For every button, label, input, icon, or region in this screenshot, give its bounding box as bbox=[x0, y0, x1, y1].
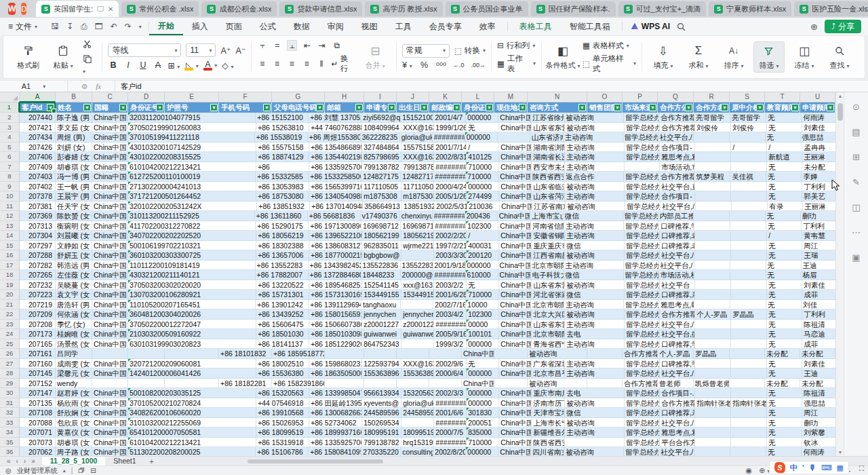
cell-F9[interactable]: +86 13053983 bbox=[256, 182, 309, 192]
cell-I29[interactable] bbox=[364, 379, 397, 389]
cut-icon[interactable] bbox=[83, 39, 96, 50]
cell-L11[interactable]: China中国 bbox=[500, 202, 532, 212]
font-color-icon[interactable]: A ▾ bbox=[203, 60, 218, 71]
cell-B22[interactable]: 何依涵 (女 bbox=[56, 309, 92, 320]
cell-L8[interactable]: China中国 bbox=[498, 172, 531, 182]
cell-O8[interactable]: 留学总经办 bbox=[624, 172, 659, 182]
cell-L9[interactable]: China中国 bbox=[499, 182, 532, 192]
cell-Q13[interactable] bbox=[694, 221, 730, 231]
help-icon[interactable]: ⊙ bbox=[852, 102, 860, 112]
cell-T36[interactable]: 何雨涛 bbox=[802, 447, 835, 456]
filter-dropdown-button[interactable]: ▼ bbox=[614, 104, 621, 111]
cell-P6[interactable]: 雅思考点,雅 bbox=[660, 152, 695, 162]
cell-C20[interactable]: China中国 bbox=[92, 290, 128, 300]
cell-A31[interactable]: 207135 bbox=[20, 398, 56, 408]
copy-icon[interactable]: ▾ bbox=[83, 54, 96, 75]
file-tab[interactable]: S国任财产保险样本. bbox=[531, 1, 616, 16]
cell-F33[interactable]: +86 15026953 bbox=[256, 418, 309, 428]
cell-O22[interactable]: 留学总经办 bbox=[625, 309, 660, 320]
cell-S36[interactable]: 无 bbox=[766, 447, 802, 456]
cell-K36[interactable]: 000000 bbox=[466, 447, 498, 456]
cell-T14[interactable]: 黄韦慧 bbox=[802, 231, 835, 241]
cell-B31[interactable]: 杨欣雨 (女 bbox=[56, 398, 92, 408]
cell-M14[interactable]: 安徽省铜陵 bbox=[532, 231, 565, 241]
cell-S31[interactable]: 无 bbox=[767, 398, 802, 408]
column-header-I[interactable]: I bbox=[364, 92, 397, 102]
cell-E27[interactable] bbox=[202, 359, 256, 369]
cell-K24[interactable]: 100101 bbox=[467, 329, 499, 339]
cell-M6[interactable]: 湖南省长沙 bbox=[532, 152, 565, 162]
cell-O12[interactable]: 留学总经办 bbox=[623, 211, 658, 221]
cell-N24[interactable]: 去电 bbox=[565, 329, 625, 339]
row-header-11[interactable]: 11 bbox=[0, 202, 20, 212]
cell-D5[interactable]: 430103200107142529 bbox=[128, 142, 202, 153]
cell-F18[interactable]: +86 17882007 bbox=[256, 270, 309, 280]
cell-K8[interactable]: 710000 bbox=[466, 172, 498, 182]
cell-T30[interactable]: 陈祖清 bbox=[802, 388, 835, 398]
wps-logo-icon[interactable]: W bbox=[8, 3, 16, 15]
cell-M33[interactable]: 上海市长宁 bbox=[532, 418, 565, 428]
cell-A17[interactable]: 207282 bbox=[20, 261, 56, 271]
cell-E14[interactable] bbox=[202, 231, 256, 241]
cell-G33[interactable]: +86 52734062 bbox=[309, 418, 362, 428]
cell-P12[interactable]: 内部员工推 bbox=[658, 211, 694, 221]
cell-F20[interactable]: +86 15731301 bbox=[256, 290, 309, 300]
cell-O20[interactable]: 留学总经办 bbox=[625, 290, 660, 300]
cell-N10[interactable]: 主动咨询 bbox=[565, 191, 625, 202]
row-header-16[interactable]: 16 bbox=[0, 250, 20, 261]
cell-F32[interactable]: +86 19910568 bbox=[256, 408, 309, 418]
table-header-cell[interactable]: 国籍▼ bbox=[92, 102, 128, 113]
cell-B17[interactable]: 韩浩远 (男 bbox=[56, 261, 92, 271]
cell-C29[interactable] bbox=[92, 379, 128, 389]
row-header-35[interactable]: 35 bbox=[0, 438, 20, 448]
table-header-cell[interactable]: 客户id▼ bbox=[20, 102, 56, 113]
cell-S30[interactable]: 无 bbox=[767, 388, 802, 398]
row-header-10[interactable]: 10 bbox=[0, 191, 20, 202]
cell-I4[interactable]: gloria@uk bbox=[400, 132, 433, 142]
row-header-22[interactable]: 22 bbox=[0, 309, 20, 320]
cell-C18[interactable]: China中国 bbox=[92, 270, 128, 280]
cell-R8[interactable]: 吴佳祺 bbox=[730, 172, 766, 182]
cell-R31[interactable]: 指南针张老 bbox=[731, 398, 767, 408]
cell-L4[interactable] bbox=[498, 132, 530, 142]
cell-N9[interactable]: 被动咨询 bbox=[565, 182, 625, 192]
cell-S2[interactable]: 无 bbox=[766, 113, 802, 123]
cell-H14[interactable]: 180562199 bbox=[362, 231, 401, 241]
cell-H29[interactable] bbox=[325, 379, 364, 389]
cell-H22[interactable]: jennychen bbox=[362, 309, 401, 320]
cell-H36[interactable]: 270335220 bbox=[361, 447, 401, 456]
cell-A9[interactable]: 207402 bbox=[20, 182, 56, 192]
cell-K3[interactable]: 无 bbox=[467, 123, 499, 133]
cell-D19[interactable]: 370503200302020020 bbox=[128, 280, 202, 290]
cell-Q3[interactable]: 刘俊伶 bbox=[695, 123, 731, 133]
convert-button[interactable]: ⬚转换 ▾ bbox=[454, 45, 486, 56]
cell-S12[interactable]: 无 bbox=[766, 211, 801, 221]
column-header-K[interactable]: K bbox=[429, 92, 462, 102]
cell-N20[interactable]: 微信 bbox=[565, 290, 625, 300]
cell-N6[interactable]: 主动咨询 bbox=[565, 152, 625, 162]
cell-M28[interactable]: 北京市昌平 bbox=[532, 368, 565, 379]
panel-columns-icon[interactable]: ◫ bbox=[852, 202, 860, 212]
cell-N18[interactable]: 微信 bbox=[564, 270, 624, 280]
borders-icon[interactable]: ⊞ ▾ bbox=[167, 60, 180, 71]
paste-button[interactable]: 粘贴 ▾ bbox=[48, 42, 79, 72]
cell-G19[interactable]: +86 1895468251 bbox=[309, 280, 362, 290]
cell-H30[interactable]: 956613934 bbox=[362, 388, 401, 398]
cell-T31[interactable]: 强思喆 bbox=[802, 398, 835, 408]
cell-O2[interactable]: 留学总经办 bbox=[624, 113, 659, 123]
cell-M21[interactable]: 北京市朝阳 bbox=[531, 300, 564, 310]
clear-format-icon[interactable]: ◇ ▾ bbox=[222, 60, 233, 71]
cell-L16[interactable]: China中国 bbox=[499, 250, 532, 261]
column-header-E[interactable]: E bbox=[165, 92, 219, 102]
cell-Q25[interactable] bbox=[695, 339, 731, 349]
cell-A5[interactable]: 207426 bbox=[20, 142, 56, 153]
cell-M7[interactable]: 西安市未央 bbox=[532, 162, 565, 172]
cell-D28[interactable]: 142401200006041426 bbox=[128, 368, 202, 379]
table-header-cell[interactable]: 姓名▼ bbox=[56, 102, 92, 113]
cell-M23[interactable]: 山东省东营 bbox=[532, 320, 565, 330]
cell-O36[interactable]: 留学总经办 bbox=[624, 447, 659, 456]
cell-O15[interactable]: 留学总经办 bbox=[625, 241, 660, 251]
cell-A23[interactable]: 207208 bbox=[20, 320, 56, 330]
cell-B7[interactable]: 胡睿琪 (女 bbox=[56, 162, 92, 172]
cell-D36[interactable]: 511302200208200025 bbox=[128, 447, 201, 456]
